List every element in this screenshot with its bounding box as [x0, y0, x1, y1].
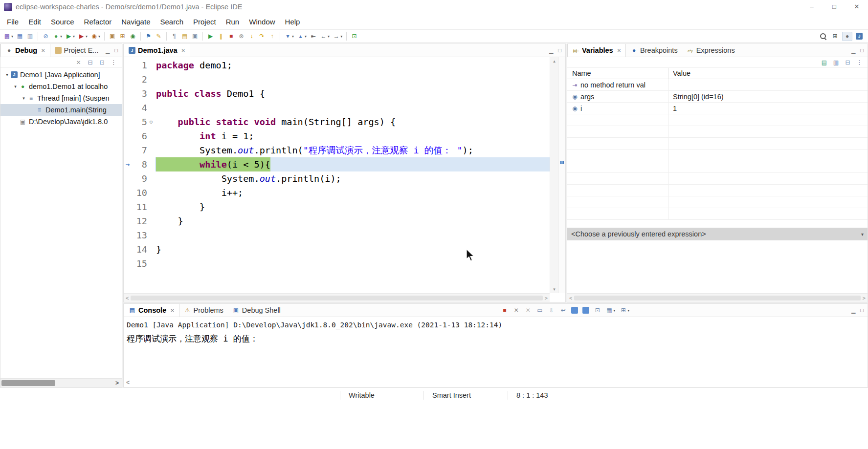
code-text[interactable]: [155, 228, 550, 242]
code-text[interactable]: public static void main(String[] args) {: [155, 115, 550, 129]
new-java-class-button[interactable]: ◉: [128, 32, 137, 41]
maximize-button[interactable]: □: [823, 0, 846, 14]
console-tab-problems[interactable]: ⚠Problems: [179, 304, 228, 317]
variables-tab-breakpoints[interactable]: ●Breakpoints: [626, 44, 682, 57]
minimize-button[interactable]: –: [801, 0, 823, 14]
line-number[interactable]: 6: [132, 129, 147, 143]
code-text[interactable]: }: [155, 242, 550, 257]
save-button[interactable]: ▦: [15, 32, 24, 41]
resume-button[interactable]: ▶: [206, 32, 215, 41]
line-number[interactable]: 3: [132, 86, 147, 101]
debug-maximize-button[interactable]: □: [114, 47, 118, 53]
code-text[interactable]: }: [155, 200, 550, 214]
debug-dropdown-icon[interactable]: ▾: [60, 34, 62, 39]
line-number[interactable]: 12: [132, 214, 147, 228]
code-text[interactable]: System.out.println(i);: [155, 171, 550, 186]
line-number[interactable]: 2: [132, 72, 147, 86]
tree-expand-icon[interactable]: ▾: [20, 96, 27, 101]
coverage-button[interactable]: ▶▾: [77, 32, 89, 41]
code-text[interactable]: i++;: [155, 186, 550, 200]
line-number[interactable]: 11: [132, 200, 147, 214]
code-text[interactable]: while(i < 5){: [155, 157, 550, 171]
variables-detail-pane[interactable]: [567, 240, 868, 293]
line-number[interactable]: 1: [132, 58, 147, 72]
toggle-mark-occurrences-button[interactable]: ✎: [154, 32, 163, 41]
new-java-package-button[interactable]: ⊞: [118, 32, 127, 41]
column-header-value[interactable]: Value: [669, 68, 868, 79]
run-dropdown-icon[interactable]: ▾: [73, 34, 75, 39]
external-tools-button[interactable]: ◉▾: [89, 32, 101, 41]
display-selected-console-dropdown-icon[interactable]: ▾: [613, 308, 615, 313]
debug-hscrollbar[interactable]: >: [0, 378, 122, 387]
tree-item-d-develop-java-jdk1-8-0[interactable]: ▣D:\Develop\Java\jdk1.8.0: [0, 116, 122, 128]
menu-navigate[interactable]: Navigate: [116, 15, 155, 28]
menu-source[interactable]: Source: [46, 15, 79, 28]
new-wizard-button[interactable]: ▩▾: [2, 32, 14, 41]
show-stderr-button[interactable]: [581, 306, 590, 314]
debug-button[interactable]: ●▾: [51, 32, 63, 41]
next-annotation-dropdown-icon[interactable]: ▾: [292, 34, 294, 39]
code-text[interactable]: System.out.println("程序调试演示，注意观察 i 的值： ")…: [155, 143, 550, 157]
display-selected-console-button[interactable]: ▦▾: [604, 306, 616, 315]
coverage-dropdown-icon[interactable]: ▾: [86, 34, 88, 39]
menu-refactor[interactable]: Refactor: [79, 15, 117, 28]
perspective-debug-button[interactable]: ●: [842, 32, 852, 41]
variables-tab-expressions[interactable]: x+yExpressions: [682, 44, 739, 57]
open-type-button[interactable]: ▤: [180, 32, 189, 41]
pin-console-button[interactable]: ⊡: [593, 306, 602, 315]
previous-annotation-button[interactable]: ▴▾: [296, 32, 308, 41]
variables-view-menu-button[interactable]: ⋮: [855, 58, 864, 66]
fold-marker-icon[interactable]: ⊖: [147, 115, 155, 129]
menu-file[interactable]: File: [2, 15, 23, 28]
open-perspective-button[interactable]: ⊞: [830, 32, 840, 41]
expression-bar[interactable]: <Choose a previously entered expression>…: [567, 228, 868, 240]
line-number[interactable]: 5: [132, 115, 147, 129]
code-text[interactable]: public class Demo1 {: [155, 86, 550, 101]
show-stdout-button[interactable]: [570, 306, 579, 314]
tree-item-demo1-demo1-at-localho[interactable]: ▾●demo1.Demo1 at localho: [0, 81, 122, 92]
new-wizard-dropdown-icon[interactable]: ▾: [11, 34, 13, 39]
console-output[interactable]: 程序调试演示，注意观察 i 的值：: [124, 329, 868, 344]
forward-button[interactable]: →▾: [332, 32, 343, 41]
tree-item-thread-main-suspen[interactable]: ▾≡Thread [main] (Suspen: [0, 92, 122, 104]
terminate-console-button[interactable]: ■: [500, 306, 509, 315]
menu-help[interactable]: Help: [280, 15, 305, 28]
annotation-navigation-button[interactable]: ▣: [190, 32, 200, 41]
word-wrap-button[interactable]: ↩: [558, 306, 568, 315]
variables-minimize-button[interactable]: ▁: [851, 47, 855, 54]
run-button[interactable]: ▶▾: [64, 32, 76, 41]
external-tools-dropdown-icon[interactable]: ▾: [98, 34, 100, 39]
editor-hscroll-thumb[interactable]: [131, 296, 542, 300]
show-type-names-button[interactable]: ▥: [831, 58, 841, 66]
open-console-dropdown-icon[interactable]: ▾: [627, 308, 629, 313]
forward-dropdown-icon[interactable]: ▾: [340, 34, 342, 39]
remove-all-launches-button[interactable]: ✕: [523, 306, 533, 315]
variables-tab-variables[interactable]: (x)=Variables✕: [567, 44, 626, 57]
scroll-lock-button[interactable]: ⇩: [547, 306, 556, 315]
line-number[interactable]: 14: [132, 242, 147, 257]
disconnect-button[interactable]: ⊗: [237, 32, 246, 41]
terminate-button[interactable]: ■: [226, 32, 236, 41]
editor-hscrollbar[interactable]: < >: [124, 293, 550, 302]
variable-row-no-method-return-val[interactable]: ⇥no method return val: [567, 79, 868, 91]
console-tab-close-icon[interactable]: ✕: [170, 308, 174, 313]
code-text[interactable]: [155, 257, 550, 271]
scroll-up-icon[interactable]: ▴: [553, 59, 556, 64]
remove-all-terminated-button[interactable]: ✕: [74, 58, 83, 66]
tree-expand-icon[interactable]: ▾: [12, 84, 19, 89]
scroll-down-icon[interactable]: ▾: [553, 287, 556, 292]
column-header-name[interactable]: Name: [567, 68, 669, 79]
last-edit-location-button[interactable]: ⇤: [309, 32, 318, 41]
new-java-project-button[interactable]: ▣: [108, 32, 117, 41]
search-flag-button[interactable]: ⚑: [144, 32, 153, 41]
line-number[interactable]: 8: [132, 157, 147, 171]
editor-minimize-button[interactable]: ▁: [549, 47, 553, 54]
code-text[interactable]: [155, 101, 550, 115]
variables-tab-close-icon[interactable]: ✕: [617, 48, 621, 53]
console-scroll-left-icon[interactable]: <: [126, 379, 130, 386]
console-tab-console[interactable]: ▤Console✕: [124, 304, 179, 317]
line-number[interactable]: 9: [132, 171, 147, 186]
link-with-editor-button[interactable]: ⊡: [350, 32, 359, 41]
menu-run[interactable]: Run: [221, 15, 245, 28]
code-text[interactable]: }: [155, 214, 550, 228]
